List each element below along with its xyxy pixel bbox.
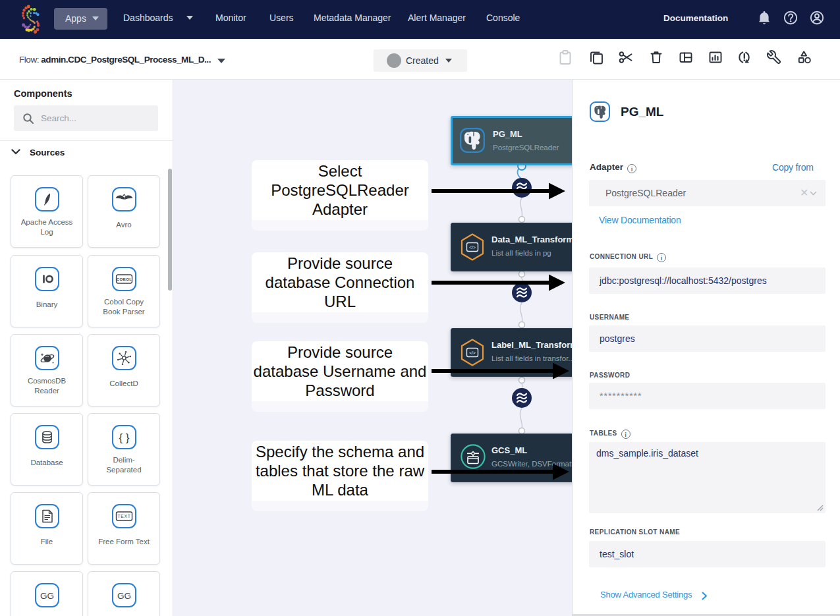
svg-text:GG: GG (117, 591, 131, 601)
svg-text:COBOL: COBOL (117, 277, 132, 281)
svg-text:</>: </> (469, 350, 476, 355)
svg-text:TEXT: TEXT (118, 514, 131, 518)
svg-text:{ }: { } (119, 432, 129, 444)
svg-text:GG: GG (40, 591, 54, 601)
svg-text:</>: </> (469, 245, 476, 250)
